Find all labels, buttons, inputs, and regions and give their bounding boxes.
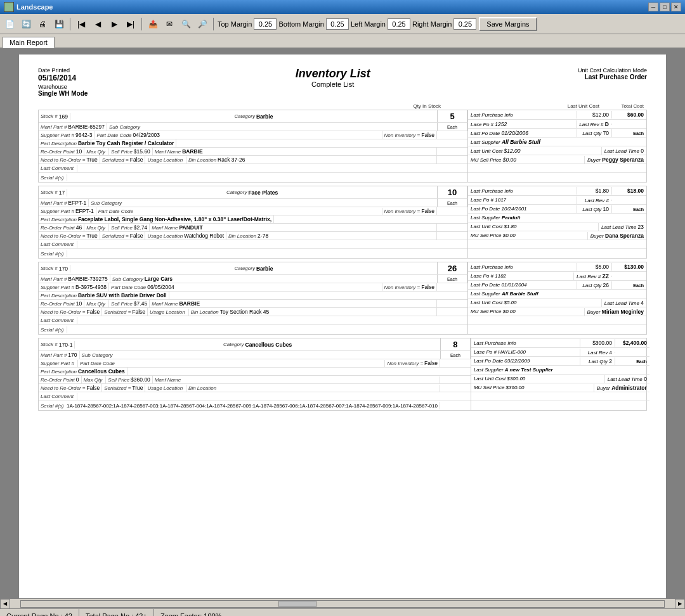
horizontal-scrollbar[interactable]: ◀ ▶ bbox=[0, 598, 685, 608]
qty-header: Qty In Stock bbox=[403, 103, 441, 109]
tabbar: Main Report bbox=[0, 34, 685, 48]
unit-cost-label: Unit Cost Calculation Mode bbox=[578, 67, 647, 74]
total-page-label: Total Page No.: 42+ bbox=[86, 612, 147, 617]
current-page-label: Current Page No.: 42 bbox=[6, 612, 72, 617]
right-margin-input[interactable] bbox=[453, 18, 476, 30]
save-margins-button[interactable]: Save Margins bbox=[479, 17, 537, 31]
report-header: Date Printed 05/16/2014 Warehouse Single… bbox=[38, 67, 647, 97]
left-margin-label: Left Margin bbox=[351, 20, 386, 28]
item-right-1: Last Purchase Info $1.80 $18.00 Lase Po … bbox=[467, 186, 646, 258]
scroll-right-arrow[interactable]: ▶ bbox=[675, 599, 685, 609]
left-margin-input[interactable] bbox=[388, 18, 410, 30]
bottom-margin-label: Bottom Margin bbox=[278, 20, 324, 28]
scroll-track[interactable] bbox=[20, 600, 665, 608]
report-date-section: Date Printed 05/16/2014 Warehouse Single… bbox=[38, 67, 88, 97]
items-container: Stock #169 CategoryBarbie 5 Manf Part #B… bbox=[38, 110, 647, 411]
each-box-0: Each bbox=[437, 123, 467, 131]
next-page-button[interactable]: ▶ bbox=[107, 17, 121, 31]
qty-box-2: 26 bbox=[437, 262, 467, 274]
zoom-label: Zoom Factor: 100% bbox=[160, 612, 222, 617]
current-page-section: Current Page No.: 42 bbox=[0, 609, 79, 616]
item-main-0: Stock #169 CategoryBarbie 5 Manf Part #B… bbox=[39, 110, 467, 182]
item-block-3: Stock #170-1 CategoryCancellous Cubes 8 … bbox=[38, 338, 647, 411]
scroll-thumb[interactable] bbox=[278, 601, 316, 607]
print-button[interactable]: 🖨 bbox=[36, 17, 49, 31]
separator-3 bbox=[213, 18, 214, 30]
toolbar: 📄 🔄 🖨 💾 |◀ ◀ ▶ ▶| 📤 ✉ 🔍 🔎 Top Margin Bot… bbox=[0, 14, 685, 34]
main-report-tab[interactable]: Main Report bbox=[3, 37, 55, 48]
margin-group: Top Margin Bottom Margin Left Margin Rig… bbox=[218, 18, 476, 30]
item-right-3: Last Purchase Info $300.00 $2,400.00 Las… bbox=[471, 338, 649, 410]
zoom-section: Zoom Factor: 100% bbox=[154, 609, 228, 616]
maximize-button[interactable]: □ bbox=[660, 3, 670, 11]
last-unit-header: Last Unit Cost bbox=[561, 103, 599, 109]
titlebar: Landscape ─ □ ✕ bbox=[0, 0, 685, 14]
first-page-button[interactable]: |◀ bbox=[74, 17, 88, 31]
prev-page-button[interactable]: ◀ bbox=[91, 17, 105, 31]
refresh-button[interactable]: 🔄 bbox=[19, 17, 33, 31]
item-main-2: Stock #170 CategoryBarbie 26 Manf Part #… bbox=[39, 262, 467, 334]
item-main-3: Stock #170-1 CategoryCancellous Cubes 8 … bbox=[39, 338, 471, 410]
right-margin-label: Right Margin bbox=[412, 20, 452, 28]
close-button[interactable]: ✕ bbox=[671, 3, 681, 11]
last-page-button[interactable]: ▶| bbox=[124, 17, 138, 31]
scroll-left-arrow[interactable]: ◀ bbox=[0, 599, 10, 609]
unit-cost-value: Last Purchase Order bbox=[578, 74, 647, 80]
top-margin-input[interactable] bbox=[254, 18, 277, 30]
save-button[interactable]: 💾 bbox=[52, 17, 66, 31]
separator-2 bbox=[141, 18, 142, 30]
item-block-0: Stock #169 CategoryBarbie 5 Manf Part #B… bbox=[38, 110, 647, 183]
search-button[interactable]: 🔍 bbox=[179, 17, 193, 31]
separator-1 bbox=[70, 18, 70, 30]
each-box-3: Each bbox=[440, 351, 471, 359]
item-block-1: Stock #17 CategoryFace Plates 10 Manf Pa… bbox=[38, 186, 647, 259]
report-unit-cost-section: Unit Cost Calculation Mode Last Purchase… bbox=[578, 67, 647, 80]
total-header: Total Cost bbox=[606, 103, 644, 109]
column-headers: Qty In Stock Last Unit Cost Total Cost bbox=[38, 103, 647, 109]
each-box-2: Each bbox=[437, 275, 467, 283]
date-value: 05/16/2014 bbox=[38, 74, 88, 82]
warehouse-value: Single WH Mode bbox=[38, 90, 88, 97]
report-title-section: Inventory List Complete List bbox=[296, 67, 370, 88]
statusbar: Current Page No.: 42 Total Page No.: 42+… bbox=[0, 608, 685, 616]
report-title: Inventory List bbox=[296, 67, 370, 80]
warehouse-label: Warehouse bbox=[38, 84, 88, 90]
item-block-2: Stock #170 CategoryBarbie 26 Manf Part #… bbox=[38, 262, 647, 335]
qty-box-3: 8 bbox=[440, 338, 471, 350]
report-subtitle: Complete List bbox=[296, 80, 370, 88]
item-main-1: Stock #17 CategoryFace Plates 10 Manf Pa… bbox=[39, 186, 467, 258]
item-right-0: Last Purchase Info $12.00 $60.00 Lase Po… bbox=[467, 110, 646, 182]
app-icon bbox=[4, 2, 14, 12]
top-margin-label: Top Margin bbox=[218, 20, 252, 28]
minimize-button[interactable]: ─ bbox=[648, 3, 658, 11]
item-right-2: Last Purchase Info $5.00 $130.00 Lase Po… bbox=[467, 262, 646, 334]
new-button[interactable]: 📄 bbox=[3, 17, 16, 31]
bottom-margin-input[interactable] bbox=[326, 18, 349, 30]
qty-box-1: 10 bbox=[437, 186, 467, 198]
content-area[interactable]: Date Printed 05/16/2014 Warehouse Single… bbox=[0, 48, 685, 598]
window-controls[interactable]: ─ □ ✕ bbox=[648, 3, 681, 11]
total-page-section: Total Page No.: 42+ bbox=[79, 609, 154, 616]
zoom-button[interactable]: 🔎 bbox=[195, 17, 209, 31]
window-title: Landscape bbox=[16, 3, 648, 11]
date-label: Date Printed bbox=[38, 67, 88, 74]
each-box-1: Each bbox=[437, 199, 467, 207]
email-button[interactable]: ✉ bbox=[162, 17, 176, 31]
export-button[interactable]: 📤 bbox=[146, 17, 160, 31]
report-page: Date Printed 05/16/2014 Warehouse Single… bbox=[19, 55, 666, 598]
qty-box-0: 5 bbox=[437, 110, 467, 122]
